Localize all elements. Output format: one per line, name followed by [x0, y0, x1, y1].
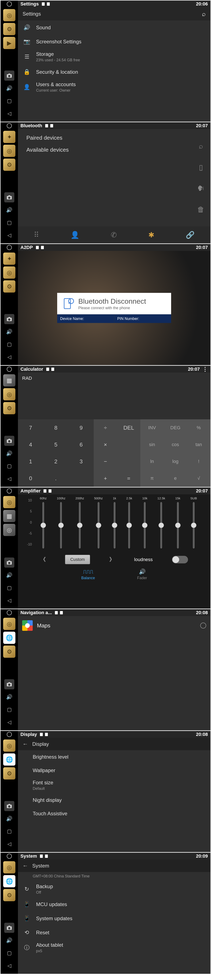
calc-key-2[interactable]: 2 — [43, 453, 69, 470]
link-icon[interactable]: 🔗 — [186, 231, 195, 239]
app-icon-3[interactable]: ⚙ — [3, 889, 15, 901]
app-icon-2[interactable]: 🌐 — [3, 632, 15, 644]
back-icon[interactable]: ◁ — [4, 839, 14, 849]
back-icon[interactable]: ◁ — [4, 595, 14, 606]
calc-op-=[interactable]: = — [117, 470, 141, 487]
volume-icon[interactable]: 🔊 — [4, 327, 14, 337]
app-icon-2[interactable]: ⚙ — [3, 23, 15, 35]
camera-icon[interactable] — [4, 192, 14, 202]
search-icon[interactable]: ⌕ — [202, 10, 206, 18]
calc-key-6[interactable]: 6 — [69, 436, 94, 453]
camera-icon[interactable] — [4, 801, 14, 811]
volume-icon[interactable]: 🔊 — [4, 692, 14, 702]
app-icon-3[interactable]: ⚙ — [3, 159, 15, 171]
back-icon[interactable]: ◁ — [4, 230, 14, 240]
fader-tab[interactable]: 🔊 Fader — [137, 568, 147, 580]
calc-fn-√[interactable]: √ — [187, 470, 210, 487]
calc-op-DEL[interactable]: DEL — [117, 419, 141, 436]
back-icon[interactable]: ◁ — [4, 961, 14, 971]
volume-icon[interactable]: 🔊 — [4, 83, 14, 93]
app-icon-3[interactable]: ⚙ — [3, 280, 15, 293]
dialpad-icon[interactable]: ⠿ — [34, 231, 39, 239]
display-row-wallpaper[interactable]: Wallpaper — [18, 764, 210, 777]
calc-key-8[interactable]: 8 — [43, 419, 69, 436]
settings-row-storage[interactable]: ☰ Storage 23% used - 24.54 GB free — [18, 49, 210, 65]
app-icon-2[interactable]: 🌐 — [3, 875, 15, 887]
app-icon-1[interactable]: ✦ — [3, 253, 15, 265]
eq-thumb[interactable] — [126, 523, 132, 528]
camera-icon[interactable] — [4, 923, 14, 933]
bluetooth-icon[interactable]: ✱ — [148, 231, 154, 239]
camera-icon[interactable] — [4, 314, 14, 324]
eq-thumb[interactable] — [40, 523, 46, 528]
back-icon[interactable]: ◁ — [4, 474, 14, 484]
bt-voice-icon[interactable]: 🗣 — [197, 184, 205, 192]
calc-fn-![interactable]: ! — [187, 453, 210, 470]
app-icon-3[interactable]: ▶ — [3, 37, 15, 49]
display-row-night[interactable]: Night display — [18, 793, 210, 807]
calc-fn-tan[interactable]: tan — [187, 436, 210, 453]
volume-icon[interactable]: 🔊 — [4, 449, 14, 458]
app-icon-2[interactable]: ◎ — [3, 145, 15, 157]
eq-slider-15k[interactable] — [177, 502, 179, 549]
preset-button[interactable]: Custom — [65, 555, 90, 564]
calc-fn-π[interactable]: π — [140, 470, 164, 487]
system-row-backup[interactable]: ↻ Backup Off — [18, 881, 210, 897]
phone-icon[interactable]: ✆ — [111, 231, 117, 239]
calc-op-÷[interactable]: ÷ — [94, 419, 117, 436]
app-icon-1[interactable]: ◎ — [3, 618, 15, 630]
eq-thumb[interactable] — [58, 523, 64, 528]
available-devices-label[interactable]: Available devices — [18, 146, 210, 159]
square-icon[interactable]: ▢ — [4, 705, 14, 714]
eq-slider-200hz[interactable] — [79, 502, 81, 549]
camera-icon[interactable] — [4, 70, 14, 81]
calc-fn-%[interactable]: % — [187, 419, 210, 436]
app-icon-2[interactable]: ◎ — [3, 266, 15, 278]
square-icon[interactable]: ▢ — [4, 826, 14, 836]
menu-icon[interactable]: ⋮ — [202, 366, 208, 372]
camera-icon[interactable] — [4, 436, 14, 446]
calc-key-5[interactable]: 5 — [43, 436, 69, 453]
calc-fn-INV[interactable]: INV — [140, 419, 164, 436]
bt-phone-icon[interactable]: ▯ — [199, 163, 203, 172]
display-row-brightness[interactable]: Brightness level — [18, 750, 210, 764]
system-row-about[interactable]: ⓘ About tablet px5 — [18, 940, 210, 956]
eq-slider-1k[interactable] — [114, 502, 115, 549]
app-icon-1[interactable]: ◎ — [3, 496, 15, 508]
back-icon[interactable]: ◁ — [4, 352, 14, 362]
calc-key-7[interactable]: 7 — [18, 419, 43, 436]
calc-key-4[interactable]: 4 — [18, 436, 43, 453]
app-icon-1[interactable]: ◎ — [3, 861, 15, 873]
volume-icon[interactable]: 🔊 — [4, 814, 14, 824]
calc-fn-e[interactable]: e — [164, 470, 187, 487]
square-icon[interactable]: ▢ — [4, 583, 14, 593]
eq-thumb[interactable] — [96, 523, 101, 528]
square-icon[interactable]: ▢ — [4, 461, 14, 471]
bt-delete-icon[interactable]: 🗑 — [197, 205, 205, 213]
prev-preset-icon[interactable]: 《 — [40, 556, 46, 563]
app-icon-1[interactable]: ◎ — [3, 740, 15, 752]
eq-slider-500hz[interactable] — [98, 502, 99, 549]
eq-thumb[interactable] — [158, 523, 164, 528]
calc-fn-ln[interactable]: ln — [140, 453, 164, 470]
eq-slider-60hz[interactable] — [42, 502, 44, 549]
system-row-mcu[interactable]: 📱 MCU updates — [18, 897, 210, 912]
paired-devices-label[interactable]: Paired devices — [18, 129, 210, 146]
display-row-font[interactable]: Font size Default — [18, 777, 210, 793]
app-icon-1[interactable]: ✦ — [3, 131, 15, 143]
system-row-updates[interactable]: 📱 System updates — [18, 912, 210, 926]
system-row-time[interactable]: GMT+08:00 China Standard Time — [18, 872, 210, 881]
eq-thumb[interactable] — [191, 523, 197, 528]
settings-row-security[interactable]: 🔒 Security & location — [18, 65, 210, 79]
app-icon-2[interactable]: 🌐 — [3, 753, 15, 765]
loudness-toggle[interactable] — [172, 556, 188, 563]
calc-op-+[interactable]: + — [94, 470, 117, 487]
volume-icon[interactable]: 🔊 — [4, 570, 14, 580]
calc-key-0[interactable]: 0 — [18, 470, 43, 487]
app-icon-3[interactable]: ⚙ — [3, 767, 15, 780]
camera-icon[interactable] — [4, 557, 14, 568]
app-icon-1[interactable]: ▦ — [3, 374, 15, 387]
app-icon-3[interactable]: ⚙ — [3, 402, 15, 414]
system-row-reset[interactable]: ⟲ Reset — [18, 926, 210, 940]
camera-icon[interactable] — [4, 679, 14, 689]
